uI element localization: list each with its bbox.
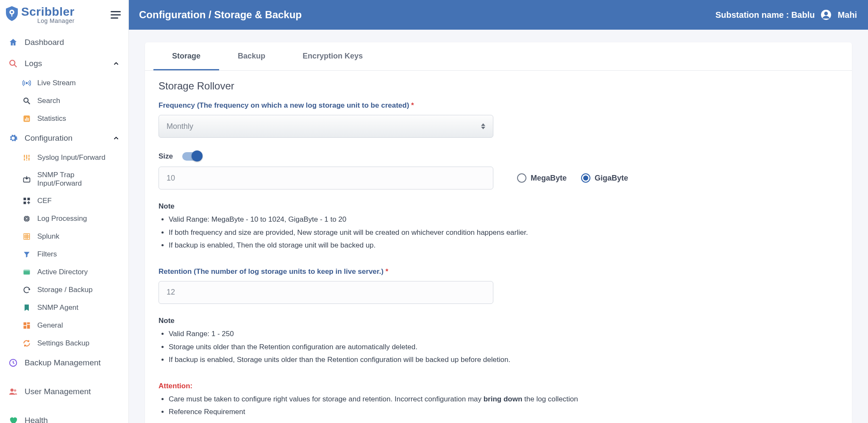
svg-point-6 xyxy=(10,60,15,65)
sidebar-item-label: Health xyxy=(25,416,48,423)
svg-line-7 xyxy=(14,64,17,67)
sidebar-item-label: Active Directory xyxy=(37,268,88,276)
substation-label: Substation name : Bablu xyxy=(715,10,815,20)
tab-backup[interactable]: Backup xyxy=(219,42,284,70)
brand: Scribbler Log Manager xyxy=(6,6,75,24)
cpu-icon xyxy=(22,214,31,223)
page-title: Configuration / Storage & Backup xyxy=(139,9,302,21)
sidebar-item-label: User Management xyxy=(25,387,91,396)
grid-icon xyxy=(22,232,31,241)
svg-rect-32 xyxy=(27,325,30,328)
svg-rect-26 xyxy=(26,217,28,220)
sidebar-item-label: Settings Backup xyxy=(37,339,89,348)
note-item: Storage units older than the Retention c… xyxy=(169,341,776,354)
sidebar-item-storage-backup[interactable]: Storage / Backup xyxy=(14,281,128,299)
sidebar-item-label: Syslog Input/Forward xyxy=(37,153,106,162)
sidebar-item-label: Filters xyxy=(37,250,57,259)
sidebar-item-active-directory[interactable]: Active Directory xyxy=(14,263,128,281)
tabs: Storage Backup Encryption Keys xyxy=(145,42,852,71)
sidebar-group-logs[interactable]: Logs xyxy=(0,53,128,74)
chevron-up-icon xyxy=(112,134,120,142)
sidebar-item-label: Dashboard xyxy=(25,38,64,47)
radio-megabyte[interactable]: MegaByte xyxy=(517,173,567,183)
sidebar-item-snmp-agent[interactable]: SNMP Agent xyxy=(14,299,128,317)
svg-rect-31 xyxy=(27,322,30,324)
menu-toggle-icon[interactable] xyxy=(111,11,121,19)
tab-label: Storage xyxy=(172,52,200,60)
sidebar-group-configuration[interactable]: Configuration xyxy=(0,128,128,149)
card: Storage Backup Encryption Keys Storage R… xyxy=(145,42,852,423)
tab-encryption-keys[interactable]: Encryption Keys xyxy=(284,42,381,70)
sidebar-item-label: CEF xyxy=(37,197,52,205)
sidebar-item-label: Storage / Backup xyxy=(37,286,92,294)
sidebar-item-dashboard[interactable]: Dashboard xyxy=(0,32,128,53)
size-toggle[interactable] xyxy=(182,152,202,161)
sidebar-item-cef[interactable]: CEF xyxy=(14,192,128,210)
sync-icon xyxy=(22,339,31,348)
sidebar-item-label: SNMP Agent xyxy=(37,303,78,312)
svg-point-38 xyxy=(824,11,828,15)
sidebar-item-label: Configuration xyxy=(25,134,72,143)
content: Storage Backup Encryption Keys Storage R… xyxy=(129,30,868,423)
size-notes: Valid Range: MegaByte - 10 to 1024, Giga… xyxy=(169,213,776,252)
sidebar-item-snmp-trap[interactable]: SNMP Trap Input/Forward xyxy=(14,167,128,192)
note-heading: Note xyxy=(159,317,776,325)
svg-point-36 xyxy=(14,389,17,392)
sidebar-item-statistics[interactable]: Statistics xyxy=(14,110,128,128)
retention-input[interactable] xyxy=(159,281,493,304)
svg-rect-29 xyxy=(24,270,30,271)
tab-storage[interactable]: Storage xyxy=(153,42,219,70)
sidebar-item-label: SNMP Trap Input/Forward xyxy=(37,171,120,188)
svg-rect-4 xyxy=(111,14,121,16)
sidebar-item-syslog[interactable]: Syslog Input/Forward xyxy=(14,149,128,167)
select-caret-icon xyxy=(481,123,485,129)
sidebar-item-user-management[interactable]: User Management xyxy=(0,381,128,402)
sidebar-item-log-processing[interactable]: Log Processing xyxy=(14,210,128,228)
clock-icon xyxy=(8,358,18,367)
sidebar-item-settings-backup[interactable]: Settings Backup xyxy=(14,334,128,352)
filter-icon xyxy=(22,250,31,259)
svg-rect-20 xyxy=(28,158,30,161)
topbar: Configuration / Storage & Backup Substat… xyxy=(129,0,868,30)
sidebar-item-backup-management[interactable]: Backup Management xyxy=(0,352,128,373)
tab-label: Backup xyxy=(238,52,265,60)
retention-label: Retention (The number of log storage uni… xyxy=(159,267,776,276)
user-name[interactable]: Mahi xyxy=(837,10,857,20)
size-input[interactable] xyxy=(159,167,493,189)
sidebar-item-filters[interactable]: Filters xyxy=(14,245,128,263)
retention-notes: Valid Range: 1 - 250 Storage units older… xyxy=(169,328,776,367)
frequency-label: Frequency (The frequency on which a new … xyxy=(159,101,776,110)
sidebar-item-splunk[interactable]: Splunk xyxy=(14,228,128,245)
sidebar-item-search[interactable]: Search xyxy=(14,92,128,110)
sidebar-item-live-stream[interactable]: Live Stream xyxy=(14,74,128,92)
svg-rect-13 xyxy=(26,117,27,120)
sidebar-item-label: Log Processing xyxy=(37,214,87,223)
plus-grid-icon xyxy=(22,196,31,206)
svg-rect-19 xyxy=(28,155,30,157)
sidebar-item-health[interactable]: Health xyxy=(0,410,128,423)
frequency-select[interactable]: Monthly xyxy=(159,115,493,138)
attention-heading: Attention: xyxy=(159,382,776,390)
svg-rect-27 xyxy=(24,234,29,239)
radio-gigabyte[interactable]: GigaByte xyxy=(581,173,628,183)
sidebar-item-general[interactable]: General xyxy=(14,317,128,334)
svg-rect-2 xyxy=(11,14,12,17)
svg-rect-23 xyxy=(28,198,30,200)
attention-notes: Care must be taken to configure right va… xyxy=(169,393,776,419)
dashboard-icon xyxy=(22,321,31,330)
window-icon xyxy=(22,267,31,277)
svg-point-9 xyxy=(24,98,28,102)
sidebar: Scribbler Log Manager Dashboard Logs xyxy=(0,0,129,423)
avatar-icon[interactable] xyxy=(821,9,832,20)
note-heading: Note xyxy=(159,202,776,211)
svg-line-10 xyxy=(28,102,30,104)
svg-rect-16 xyxy=(24,158,25,160)
svg-rect-18 xyxy=(26,160,28,161)
svg-rect-33 xyxy=(24,326,27,329)
chevron-up-icon xyxy=(112,60,120,67)
tab-label: Encryption Keys xyxy=(303,52,363,60)
search-icon xyxy=(22,96,31,106)
sidebar-item-label: Splunk xyxy=(37,232,59,241)
select-value: Monthly xyxy=(167,122,193,131)
svg-rect-3 xyxy=(111,11,121,12)
